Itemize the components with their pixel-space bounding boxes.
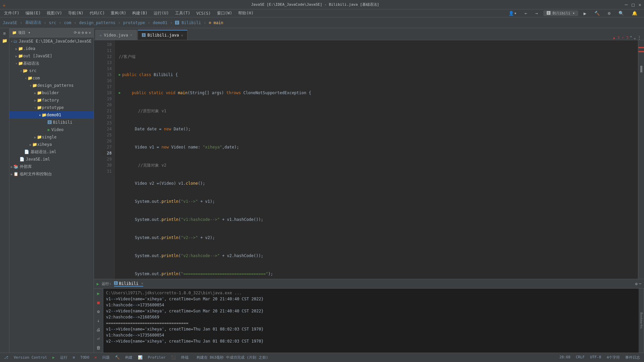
menu-code[interactable]: 代码(C) (87, 10, 108, 17)
tree-item-video[interactable]: ▶ Video (9, 126, 94, 133)
close-sidebar-icon[interactable]: ✕ (89, 31, 91, 35)
run-tab-bilibili[interactable]: 🅱 Bilibili ✕ (114, 281, 143, 287)
forward-button[interactable]: → (533, 10, 541, 16)
tree-item-xiheya[interactable]: ▶ 📁 xiheya (9, 141, 94, 148)
clear-button[interactable]: 🗑 (95, 344, 102, 351)
bilibili-run-icon: 🅱 (114, 281, 118, 286)
breadcrumb-bilibili[interactable]: 🅱 Bilibili (175, 20, 201, 25)
breadcrumb-dp[interactable]: design_patterns (79, 20, 115, 25)
tree-item-dp[interactable]: ▾ 📁 design_patterns (9, 82, 94, 89)
structure-button[interactable]: ≡ (1, 29, 8, 37)
build-label[interactable]: 构建 (125, 355, 132, 360)
expand-icon[interactable]: ⌃ (630, 35, 632, 40)
sidebar-dropdown-icon[interactable]: ▾ (28, 31, 31, 35)
factory-folder-icon: 📁 (37, 98, 42, 103)
run-config-selector[interactable]: 🅱 Bilibili ▾ (543, 10, 578, 16)
encoding[interactable]: UTF-8 (590, 355, 601, 360)
breadcrumb-src[interactable]: src (49, 20, 56, 25)
coverage-button[interactable]: ⚙ (605, 10, 613, 16)
run-status-label[interactable]: 运行 (60, 355, 67, 360)
collapse-icon[interactable]: ⌄ (634, 35, 636, 40)
tree-item-jichu-iml[interactable]: 📄 基础语法.iml (9, 148, 94, 156)
breadcrumb-javase[interactable]: JavaSE (3, 20, 17, 25)
notifications-button[interactable]: 🔔 (629, 10, 640, 16)
menu-vcs[interactable]: VCS(S) (194, 10, 213, 16)
line-separator[interactable]: CRLF (576, 355, 585, 360)
tree-item-javase-iml[interactable]: 📄 JavaSE.iml (9, 156, 94, 163)
indent[interactable]: 4个字符 (606, 355, 620, 360)
settings-icon[interactable]: ⚙ (85, 31, 88, 35)
tree-item-idea[interactable]: ▶ 📁 .idea (9, 45, 94, 52)
tree-item-external[interactable]: ▶ 📚 外部库 (9, 163, 94, 170)
profiler-label[interactable]: Profiler (148, 355, 166, 360)
back-button[interactable]: ← (522, 10, 530, 16)
menu-tools[interactable]: 工具(T) (172, 10, 193, 17)
tree-item-single[interactable]: ▶ 📁 single (9, 133, 94, 141)
tree-item-factory[interactable]: ▶ 📁 factory (9, 97, 94, 104)
filter-icon[interactable]: ⚙ (82, 31, 84, 35)
more-icon[interactable]: ⋮ (637, 35, 641, 40)
breadcrumb-prototype[interactable]: prototype (123, 20, 145, 25)
scroll-end-button[interactable]: ↓ (95, 317, 102, 324)
run-minimize-icon[interactable]: ─ (639, 282, 641, 286)
tree-item-builder[interactable]: ▶ 📁 builder (9, 89, 94, 97)
breadcrumb-main: ⊙ main (209, 20, 223, 25)
menu-file[interactable]: 文件(F) (1, 10, 22, 17)
sync-icon[interactable]: ⟳ (74, 31, 77, 35)
run-output-line-6: ================================== (106, 320, 636, 326)
inner-layout: ☕ Video.java ✕ 🅱 Bilibili.java ✕ ▲ 3 ✓ 3… (94, 28, 644, 353)
version-control[interactable]: Version Control (14, 355, 47, 360)
menu-run[interactable]: 运行(U) (151, 10, 172, 17)
minimize-button[interactable]: ─ (625, 2, 628, 7)
profile-button[interactable]: 👤▾ (506, 10, 519, 16)
run-settings-icon[interactable]: ⚙ (635, 282, 638, 286)
terminal-label[interactable]: 终端 (181, 355, 189, 360)
tree-item-demo01[interactable]: ▾ 📁 demo01 (9, 111, 94, 119)
code-line-14: Date date = new Date(); (119, 126, 638, 132)
breadcrumb-demo01[interactable]: demo01 (153, 20, 167, 25)
run-button[interactable]: ▶ (581, 10, 589, 17)
menu-help[interactable]: 帮助(H) (235, 10, 256, 17)
search-button[interactable]: 🔍 (616, 10, 627, 16)
maximize-button[interactable]: □ (632, 2, 634, 7)
todo-label[interactable]: TODO (80, 355, 90, 360)
scrollbar-thumb[interactable] (640, 66, 642, 72)
tree-item-bilibili[interactable]: 🅱 Bilibili (9, 119, 94, 126)
menu-refactor[interactable]: 重构(R) (108, 10, 129, 17)
tree-item-out[interactable]: ▶ 📁 out [JavaSE] (9, 52, 94, 60)
build-button[interactable]: 🔨 (592, 10, 602, 16)
tab-video-close[interactable]: ✕ (130, 33, 132, 37)
tab-bilibili-close[interactable]: ✕ (181, 33, 183, 38)
tab-video[interactable]: ☕ Video.java ✕ (95, 30, 137, 40)
close-button[interactable]: ✕ (639, 2, 641, 7)
tab-bilibili[interactable]: 🅱 Bilibili.java ✕ (138, 30, 188, 40)
tree-item-scratch[interactable]: ▶ 📋 临时文件和控制台 (9, 170, 94, 178)
project-button[interactable]: 📁 (1, 37, 8, 44)
collapse-icon[interactable]: ⊟ (78, 31, 80, 35)
code-content[interactable]: //客户端 ▶ public class Bilibili { ▶ public… (115, 40, 638, 279)
breadcrumb-jichu[interactable]: 基础语法 (25, 20, 41, 25)
tree-item-com[interactable]: ▾ 📁 com (9, 74, 94, 82)
tree-item-src[interactable]: ▾ 📂 src (9, 67, 94, 74)
problems-label[interactable]: 问题 (102, 355, 110, 360)
tree-item-prototype[interactable]: ▾ 📁 prototype (9, 104, 94, 111)
menu-navigate[interactable]: 导航(N) (65, 10, 86, 17)
menu-build[interactable]: 构建(B) (129, 10, 150, 17)
idea-folder-icon: 📁 (18, 46, 23, 51)
run-settings-button[interactable]: ⚙ (95, 308, 102, 315)
javase-iml-label: JavaSE.iml (26, 157, 50, 162)
code-line-13: //原型对象 v1 (119, 108, 638, 114)
external-icon: 📚 (13, 164, 18, 169)
stop-button[interactable]: ■ (95, 299, 102, 306)
tree-item-javase[interactable]: ▾ 🗂 JavaSE E:\IDEA_JavaCode\JavaSE (9, 38, 94, 45)
menu-window[interactable]: 窗口(W) (214, 10, 235, 17)
soft-wrap-button[interactable]: ⏎ (95, 335, 102, 342)
breadcrumb-com[interactable]: com (64, 20, 71, 25)
tree-item-jichu[interactable]: ▾ 📁 基础语法 (9, 60, 94, 67)
menu-edit[interactable]: 编辑(E) (23, 10, 44, 17)
run-tab-close[interactable]: ✕ (141, 281, 144, 286)
rerun-button[interactable]: ▶ (95, 290, 102, 297)
print-button[interactable]: 🖨 (95, 326, 102, 333)
event-log[interactable]: 事件日志 (625, 355, 640, 360)
menu-view[interactable]: 视图(V) (44, 10, 65, 17)
